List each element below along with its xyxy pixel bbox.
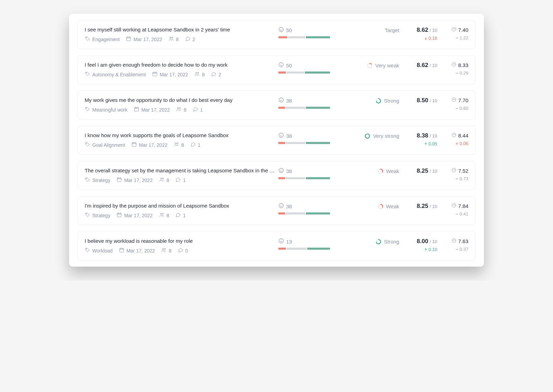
strength-label: Weak (386, 168, 399, 174)
strength-col: Weak (342, 168, 399, 174)
svg-point-53 (279, 239, 283, 243)
sentiment-col: 13 (278, 238, 339, 250)
delta: 0.73 (441, 176, 468, 181)
date: Mar 17, 2022 (116, 177, 153, 183)
benchmark-col: 7.63 0.37 (441, 238, 468, 252)
sentiment-bar (278, 36, 330, 38)
strength-col: Very strong (342, 132, 399, 139)
calendar-icon (134, 106, 139, 113)
sentiment-bar (278, 107, 330, 109)
svg-point-52 (165, 248, 166, 249)
people-icon (161, 247, 167, 254)
delta-value: 0.10 (429, 247, 437, 252)
comments: 1 (190, 142, 200, 148)
tag-icon (85, 247, 90, 254)
participants: 8 (168, 36, 179, 42)
question-meta: Meaningful work Mar 17, 2022 8 1 (85, 106, 275, 113)
category: Goal Alignment (85, 142, 125, 148)
strength-col: Weak (342, 203, 399, 209)
survey-question-card[interactable]: I know how my work supports the goals of… (77, 126, 476, 155)
comment-icon (193, 106, 198, 113)
category: Strategy (85, 212, 110, 219)
svg-point-4 (279, 27, 283, 32)
svg-rect-42 (117, 213, 121, 217)
svg-point-2 (170, 37, 171, 38)
gauge-icon (451, 97, 457, 103)
delta: 0.29 (441, 70, 468, 76)
sentiment-bar (278, 71, 330, 74)
survey-question-card[interactable]: The overall strategy set by the manageme… (77, 161, 476, 190)
score-value: 8.62 (417, 62, 428, 68)
survey-question-card[interactable]: I see myself still working at Leapsome S… (77, 20, 476, 49)
sentiment-value: 38 (286, 168, 292, 174)
score-col: 8.25 / 10 (403, 168, 437, 174)
score-value: 8.25 (417, 168, 428, 174)
calendar-icon (119, 247, 124, 254)
svg-point-21 (279, 98, 283, 102)
score-max: / 10 (430, 98, 437, 103)
svg-point-9 (86, 73, 86, 73)
participants: 8 (159, 177, 169, 183)
bench-value: 7.40 (458, 27, 468, 33)
smile-icon (278, 97, 284, 104)
bench-value: 7.63 (458, 238, 468, 244)
score-max: / 10 (430, 28, 437, 33)
survey-question-card[interactable]: I believe my workload is reasonable for … (77, 231, 476, 260)
svg-point-29 (279, 133, 283, 137)
card-main: I know how my work supports the goals of… (85, 132, 275, 148)
question-title: I know how my work supports the goals of… (85, 132, 275, 138)
svg-rect-26 (132, 143, 136, 146)
svg-point-45 (279, 203, 283, 208)
svg-rect-50 (120, 248, 124, 252)
score-col: 8.38 / 10 0.05 (403, 132, 437, 147)
gauge-icon (451, 27, 457, 33)
calendar-icon (131, 142, 137, 148)
strength-label: Strong (384, 98, 399, 104)
score-max: / 10 (430, 63, 437, 68)
svg-point-19 (177, 107, 179, 109)
comments: 1 (175, 212, 186, 219)
sentiment-col: 50 (278, 27, 339, 38)
svg-point-13 (279, 63, 283, 67)
delta-value: 0.80 (460, 106, 468, 111)
svg-point-12 (198, 72, 199, 73)
survey-question-card[interactable]: I'm inspired by the purpose and mission … (77, 196, 476, 225)
survey-question-card[interactable]: My work gives me the opportunity to do w… (77, 90, 476, 119)
svg-point-28 (177, 143, 178, 144)
strength-label: Weak (386, 203, 399, 209)
score-max: / 10 (430, 204, 437, 209)
participants: 8 (174, 142, 184, 148)
question-title: I believe my workload is reasonable for … (85, 238, 275, 244)
score-col: 8.50 / 10 (403, 97, 437, 104)
score-max: / 10 (430, 169, 437, 174)
calendar-icon (116, 177, 122, 183)
survey-question-card[interactable]: I feel I am given enough freedom to deci… (77, 55, 476, 84)
strength-col: Target (342, 27, 399, 33)
smile-icon (278, 203, 284, 210)
svg-point-0 (86, 37, 86, 38)
delta: 0.80 (441, 106, 468, 111)
question-meta: Autonomy & Enablement Mar 17, 2022 8 2 (85, 71, 275, 78)
smile-icon (278, 168, 284, 174)
delta: 0.18 (403, 36, 437, 41)
card-main: My work gives me the opportunity to do w… (85, 97, 275, 113)
svg-point-17 (86, 108, 86, 108)
bench-value: 7.84 (458, 203, 468, 209)
bench-value: 8.44 (458, 133, 468, 138)
delta: 0.06 (441, 141, 468, 146)
comment-icon (178, 247, 183, 254)
strength-label: Very strong (373, 133, 399, 139)
people-icon (168, 36, 174, 42)
delta: 1.22 (441, 35, 468, 40)
score-value: 8.50 (417, 97, 428, 104)
delta-value: 1.22 (460, 35, 468, 40)
comments: 2 (211, 71, 221, 78)
svg-rect-1 (126, 37, 131, 41)
date: Mar 17, 2022 (152, 71, 188, 78)
date: Mar 17, 2022 (119, 247, 155, 254)
card-main: The overall strategy set by the manageme… (85, 168, 275, 183)
participants: 8 (159, 212, 169, 219)
svg-point-37 (279, 168, 283, 173)
svg-point-33 (86, 178, 86, 179)
question-meta: Strategy Mar 17, 2022 8 1 (85, 212, 275, 219)
